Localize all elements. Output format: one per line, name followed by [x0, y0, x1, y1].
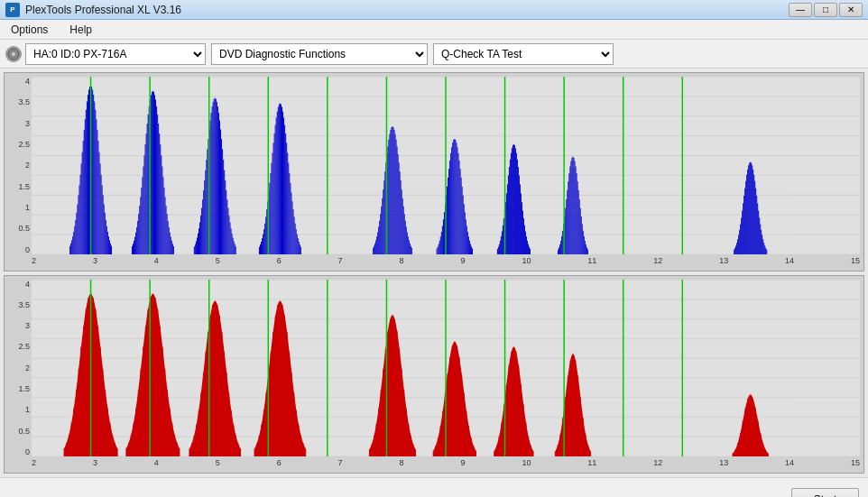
function-select[interactable]: DVD Diagnostic Functions — [211, 43, 428, 65]
drive-icon — [5, 46, 22, 62]
menu-bar: Options Help — [0, 20, 868, 40]
bottom-chart-inner — [32, 280, 860, 457]
test-select[interactable]: Q-Check TA Test — [433, 43, 614, 65]
app-icon: P — [5, 3, 20, 17]
start-button[interactable]: Start — [791, 488, 859, 498]
bottom-chart-canvas — [32, 280, 860, 457]
menu-options[interactable]: Options — [4, 22, 55, 38]
drive-selector: HA:0 ID:0 PX-716A — [5, 43, 206, 65]
top-chart-inner — [32, 77, 860, 254]
drive-select[interactable]: HA:0 ID:0 PX-716A — [25, 43, 206, 65]
title-bar: P PlexTools Professional XL V3.16 — □ ✕ — [0, 0, 868, 20]
title-text: PlexTools Professional XL V3.16 — [25, 4, 181, 16]
svg-point-1 — [12, 52, 15, 56]
bottom-chart-container: 4 3.5 3 2.5 2 1.5 1 0.5 0 2 3 4 5 6 7 8 … — [4, 275, 864, 474]
top-chart-container: 4 3.5 3 2.5 2 1.5 1 0.5 0 2 3 4 5 6 7 8 … — [4, 72, 864, 272]
close-button[interactable]: ✕ — [839, 3, 863, 17]
start-button-panel: Start i — [791, 488, 859, 498]
title-bar-left: P PlexTools Professional XL V3.16 — [5, 3, 181, 17]
bottom-panel: Jitter: 4 Peak Shift: 3 TA Quality Indic… — [0, 477, 868, 497]
top-chart-canvas — [32, 77, 860, 254]
top-chart-y-axis: 4 3.5 3 2.5 2 1.5 1 0.5 0 — [5, 77, 32, 254]
window-controls: — □ ✕ — [789, 3, 863, 17]
menu-help[interactable]: Help — [62, 22, 99, 38]
bottom-chart-x-axis: 2 3 4 5 6 7 8 9 10 11 12 13 14 15 — [32, 456, 860, 473]
maximize-button[interactable]: □ — [814, 3, 837, 17]
top-chart-x-axis: 2 3 4 5 6 7 8 9 10 11 12 13 14 15 — [32, 254, 860, 271]
minimize-button[interactable]: — — [789, 3, 812, 17]
toolbar: HA:0 ID:0 PX-716A DVD Diagnostic Functio… — [0, 40, 868, 69]
bottom-chart-y-axis: 4 3.5 3 2.5 2 1.5 1 0.5 0 — [5, 280, 32, 457]
main-content: 4 3.5 3 2.5 2 1.5 1 0.5 0 2 3 4 5 6 7 8 … — [0, 69, 868, 477]
